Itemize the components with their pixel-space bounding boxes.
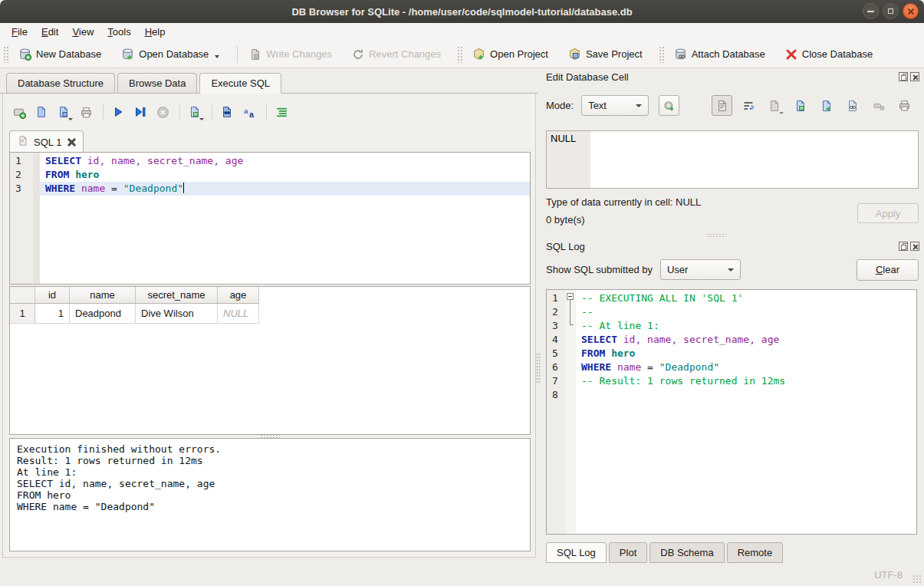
code-line: WHERE name = "Deadpond" [576,360,916,374]
cell-name[interactable]: Deadpond [70,304,136,324]
column-header-age[interactable]: age [218,287,259,304]
code-line: SELECT id, name, secret_name, age [40,154,530,168]
clear-log-button[interactable]: Clear [857,259,919,281]
column-header-secret_name[interactable]: secret_name [136,287,218,304]
menu-edit[interactable]: Edit [35,25,65,39]
cell-text-area[interactable] [590,131,918,188]
close-panel-icon[interactable] [910,72,919,81]
tab-execute-sql[interactable]: Execute SQL [199,73,281,94]
export-data-button[interactable] [816,95,837,116]
stop-execution-icon [156,106,169,119]
column-header-id[interactable]: id [35,287,70,304]
dock-tab-remote[interactable]: Remote [727,542,784,563]
minimize-button[interactable] [863,3,879,19]
cell-id[interactable]: 1 [35,304,70,324]
fold-marker[interactable] [565,318,576,331]
apply-button[interactable]: Apply [857,203,919,223]
vertical-splitter-handle[interactable] [536,353,541,384]
toolbar-grip[interactable] [659,46,664,63]
sql-log-view[interactable]: 12345678 -- EXECUTING ALL IN 'SQL 1'----… [546,289,917,535]
close-tab-icon[interactable] [67,138,75,146]
copy-link-button[interactable] [842,95,863,116]
cell-null-indicator: NULL [547,131,590,188]
new-database-button[interactable]: New Database [12,44,108,64]
dock-tab-sql-log[interactable]: SQL Log [546,542,607,563]
close-button[interactable] [903,3,919,19]
menu-file[interactable]: File [5,25,35,39]
chevron-down-icon [728,268,734,272]
chevron-down-icon [636,104,642,107]
toolbar-grip[interactable] [457,46,462,63]
auto-apply-button[interactable] [659,95,679,116]
cell-value-editor[interactable]: NULL [546,130,919,189]
fold-marker[interactable] [565,290,576,304]
toolbar-grip[interactable] [3,46,8,63]
resize-grip[interactable] [912,574,922,584]
tab-database-structure[interactable]: Database Structure [6,73,115,93]
sql-file-tab[interactable]: SQL 1 [9,130,84,153]
menu-help[interactable]: Help [138,25,173,39]
import-data-button[interactable] [790,95,811,116]
save-project-button[interactable]: Save Project [561,44,649,64]
menu-view[interactable]: View [65,25,100,39]
print-button[interactable] [76,102,96,122]
cell-secret_name[interactable]: Dive Wilson [136,304,218,324]
stop-execution-button [153,102,173,122]
edit-cell-title: Edit Database Cell [546,71,629,83]
menu-tools[interactable]: Tools [100,25,137,39]
open-project-button[interactable]: Open Project [465,44,555,64]
dropdown-arrow-icon[interactable] [68,118,73,120]
execute-all-button[interactable] [108,102,128,122]
execute-current-line-button[interactable] [130,102,150,122]
cell-age[interactable]: NULL [218,304,259,324]
open-database-icon [121,48,134,61]
close-panel-icon[interactable] [910,242,919,251]
editor-code-area[interactable]: SELECT id, name, secret_name, ageFROM he… [40,153,530,284]
column-header-name[interactable]: name [70,287,136,304]
tab-browse-data[interactable]: Browse Data [117,73,197,93]
row-header[interactable]: 1 [10,304,35,324]
toolbar-separator [212,104,212,120]
open-database-label: Open Database [139,48,209,60]
text-mode-button[interactable] [712,95,732,116]
text-cursor [183,183,184,193]
log-filter-select[interactable]: User [660,259,741,280]
toggle-case-button[interactable]: aa [239,102,259,122]
new-database-label: New Database [36,48,101,60]
sql-editor-toolbar: aa [9,100,294,123]
dropdown-arrow-icon[interactable] [199,118,204,120]
line-number: 3 [547,319,565,333]
dock-splitter-handle[interactable] [706,233,726,238]
format-sql-button[interactable] [271,102,291,122]
save-results-button[interactable] [185,102,205,122]
line-number: 6 [547,360,565,374]
sql-editor[interactable]: 123 SELECT id, name, secret_name, ageFRO… [9,152,531,285]
line-number: 5 [547,347,565,360]
close-database-button[interactable]: Close Database [778,44,880,64]
dock-tab-db-schema[interactable]: DB Schema [649,542,724,563]
revert-changes-button: Revert Changes [345,44,448,64]
save-sql-file-button[interactable] [54,102,74,122]
dropdown-arrow-icon[interactable] [215,55,219,58]
sql-log-controls: Show SQL submitted by User Clear [546,258,919,281]
encoding-indicator[interactable]: UTF-8 [874,569,903,581]
find-button[interactable] [217,102,237,122]
fold-marker [565,331,576,345]
float-panel-icon[interactable] [899,242,908,251]
dock-tab-plot[interactable]: Plot [609,542,647,563]
open-sql-file-button[interactable] [31,102,51,122]
new-database-icon [18,48,31,61]
float-panel-icon[interactable] [899,72,908,81]
attach-database-button[interactable]: Attach Database [667,44,772,64]
fold-marker[interactable] [565,304,576,318]
title-bar[interactable]: DB Browser for SQLite - /home/user/code/… [0,0,924,24]
new-sql-tab-button[interactable] [9,102,29,122]
code-line: WHERE name = "Deadpond" [40,182,530,196]
print-cell-button[interactable] [894,95,915,116]
save-sql-file-icon [58,106,70,118]
maximize-button[interactable] [883,3,899,19]
open-database-button[interactable]: Open Database [114,44,226,64]
mode-select[interactable]: Text [581,95,649,116]
execution-message-panel[interactable]: Execution finished without errors. Resul… [9,438,531,551]
word-wrap-button[interactable] [738,95,758,116]
